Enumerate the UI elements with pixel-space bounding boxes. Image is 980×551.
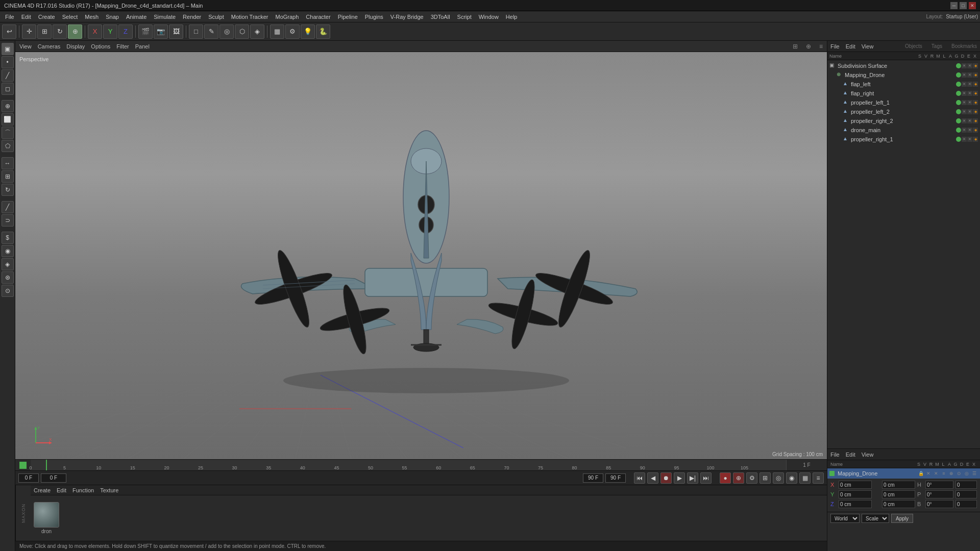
menu-render[interactable]: Render (180, 13, 204, 21)
vp-icons-btn[interactable]: ⊕ (806, 43, 811, 50)
vp-expand-btn[interactable]: ⊞ (793, 43, 798, 50)
menu-snap[interactable]: Snap (103, 13, 122, 21)
python-tool[interactable]: 🐍 (316, 24, 330, 39)
render-button[interactable]: 🎬 (138, 24, 153, 39)
x-axis[interactable]: X (88, 24, 102, 39)
attr-menu-file[interactable]: File (830, 452, 840, 458)
menu-create[interactable]: Create (35, 13, 58, 21)
end-frame-input[interactable] (583, 473, 603, 483)
menu-mograph[interactable]: MoGraph (272, 13, 302, 21)
menu-simulate[interactable]: Simulate (151, 13, 179, 21)
y-size-input[interactable] (882, 490, 915, 498)
pen-tool[interactable]: ✎ (204, 24, 218, 39)
go-end-button[interactable]: ⏭ (700, 472, 712, 484)
tool-poly-select[interactable]: ⬠ (2, 140, 14, 152)
smooth-tool[interactable]: ◎ (219, 24, 234, 39)
tool-line[interactable]: ╱ (2, 201, 14, 213)
vp-menu-view[interactable]: View (19, 43, 32, 49)
mat-menu-edit[interactable]: Edit (57, 487, 66, 493)
tool-material-1[interactable]: $ (2, 232, 14, 244)
undo-button[interactable]: ↩ (2, 24, 16, 39)
tool-live-select[interactable]: ⊕ (2, 100, 14, 112)
menu-mesh[interactable]: Mesh (82, 13, 102, 21)
3d-viewport[interactable]: Perspective (15, 52, 827, 459)
go-start-button[interactable]: ⏮ (634, 472, 645, 484)
z-pos-input[interactable] (839, 500, 872, 508)
tool-scale[interactable]: ⊞ (2, 170, 14, 183)
attr-row-mapping-drone[interactable]: Mapping_Drone 🔒 ✕ ✕ ≡ ⊕ ⊙ ◎ ☰ (827, 468, 980, 479)
vp-menu-panel[interactable]: Panel (135, 43, 150, 49)
vp-menu-options[interactable]: Options (91, 43, 110, 49)
y-axis[interactable]: Y (103, 24, 117, 39)
menu-3dtoall[interactable]: 3DToAll (428, 13, 453, 21)
menu-edit[interactable]: Edit (18, 13, 34, 21)
obj-menu-file[interactable]: File (830, 43, 840, 49)
settings-tool[interactable]: ⚙ (285, 24, 300, 39)
rotate-tool[interactable]: ↻ (53, 24, 67, 39)
fps-input[interactable] (605, 473, 626, 483)
timeline-ruler[interactable]: 0 5 10 15 20 25 30 35 40 45 50 55 60 65 … (31, 460, 786, 470)
menu-character[interactable]: Character (303, 13, 333, 21)
tool-move[interactable]: ↔ (2, 157, 14, 169)
material-swatch-dron[interactable] (34, 502, 59, 528)
preview-btn[interactable]: ◎ (773, 472, 784, 484)
timeline-settings[interactable]: ⊞ (760, 472, 771, 484)
menu-animate[interactable]: Animate (123, 13, 150, 21)
mat-menu-function[interactable]: Function (72, 487, 94, 493)
obj-row-drone-main[interactable]: ▲ drone_main ✕ ✕ ◈ (827, 126, 980, 135)
tool-rotate[interactable]: ↻ (2, 184, 14, 196)
obj-row-prop-right-2[interactable]: ▲ propeller_right_2 ✕ ✕ ◈ (827, 116, 980, 126)
scale-tool[interactable]: ⊞ (37, 24, 52, 39)
obj-menu-edit[interactable]: Edit (846, 43, 855, 49)
world-select[interactable]: World Object Local (830, 514, 860, 523)
tool-material-3[interactable]: ◈ (2, 258, 14, 270)
attr-menu-edit[interactable]: Edit (846, 452, 855, 458)
step-back-button[interactable]: ◀ (647, 472, 658, 484)
menu-help[interactable]: Help (503, 13, 521, 21)
close-button[interactable]: ✕ (969, 2, 976, 9)
menu-sculpt[interactable]: Sculpt (205, 13, 227, 21)
move-tool[interactable]: ✛ (22, 24, 36, 39)
obj-row-prop-left-2[interactable]: ▲ propeller_left_2 ✕ ✕ ◈ (827, 107, 980, 116)
obj-row-flap-left[interactable]: ▲ flap_left ✕ ✕ ◈ (827, 80, 980, 89)
p-rot-input[interactable] (925, 490, 953, 498)
step-forward-button[interactable]: ▶| (687, 472, 698, 484)
vp-menu-cameras[interactable]: Cameras (38, 43, 61, 49)
attr-menu-view[interactable]: View (862, 452, 874, 458)
tool-mode-object[interactable]: ▣ (2, 43, 14, 55)
menu-script[interactable]: Script (454, 13, 475, 21)
obj-row-prop-right-1[interactable]: ▲ propeller_right_1 ✕ ✕ ◈ (827, 135, 980, 144)
light-tool[interactable]: 💡 (301, 24, 315, 39)
maximize-button[interactable]: □ (960, 2, 967, 9)
grid-tool[interactable]: ▦ (270, 24, 284, 39)
menu-select[interactable]: Select (59, 13, 81, 21)
y-pos-input[interactable] (839, 490, 872, 498)
keyframe-button[interactable]: ● (720, 472, 731, 484)
x-pos-input[interactable] (839, 481, 872, 489)
menu-window[interactable]: Window (476, 13, 502, 21)
tool-material-5[interactable]: ⊙ (2, 285, 14, 297)
h-rot-input[interactable] (925, 481, 953, 489)
select-tool[interactable]: ⊕ (68, 24, 82, 39)
cube-prim[interactable]: □ (189, 24, 203, 39)
mat-menu-create[interactable]: Create (34, 487, 51, 493)
panel-btn[interactable]: ▦ (799, 472, 811, 484)
menu-plugins[interactable]: Plugins (362, 13, 386, 21)
apply-button[interactable]: Apply (891, 514, 913, 523)
layout-btn[interactable]: ≡ (813, 472, 824, 484)
vp-menu-display[interactable]: Display (66, 43, 85, 49)
brush-tool[interactable]: ◈ (250, 24, 264, 39)
extrude-tool[interactable]: ⬡ (235, 24, 249, 39)
menu-pipeline[interactable]: Pipeline (335, 13, 361, 21)
z-size-input[interactable] (882, 500, 915, 508)
h-link-input[interactable] (955, 481, 977, 489)
render-to-po[interactable]: 🖼 (169, 24, 183, 39)
obj-row-subdivision[interactable]: ▣ Subdivision Surface ✕ ✕ ◈ (827, 61, 980, 70)
record-button[interactable]: ⏺ (660, 472, 672, 484)
x-size-input[interactable] (882, 481, 915, 489)
b-link-input[interactable] (955, 500, 977, 508)
anim-settings[interactable]: ⚙ (746, 472, 757, 484)
tool-magnet[interactable]: ⊃ (2, 214, 14, 227)
tool-material-2[interactable]: ◉ (2, 245, 14, 257)
scale-select[interactable]: Scale Size (862, 514, 889, 523)
